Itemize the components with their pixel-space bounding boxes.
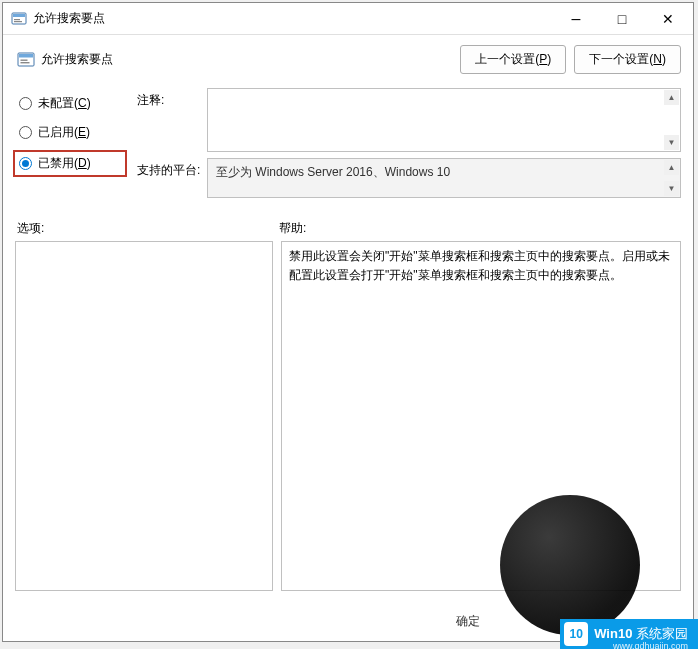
footer-bar: 确定 xyxy=(3,601,693,641)
svg-rect-3 xyxy=(14,21,22,22)
window-controls: – □ ✕ xyxy=(553,4,691,34)
close-button[interactable]: ✕ xyxy=(645,4,691,34)
header-row: 允许搜索要点 上一个设置(P) 下一个设置(N) xyxy=(3,35,693,84)
radio-group: 未配置(C) 已启用(E) 已禁用(D) xyxy=(17,88,127,204)
radio-label: 已禁用(D) xyxy=(38,155,91,172)
svg-rect-6 xyxy=(21,59,28,60)
maximize-button[interactable]: □ xyxy=(599,4,645,34)
titlebar: 允许搜索要点 – □ ✕ xyxy=(3,3,693,35)
options-pane xyxy=(15,241,273,591)
comment-label: 注释: xyxy=(137,88,207,109)
watermark-url: www.qdhuajin.com xyxy=(613,641,688,649)
scroll-down-icon[interactable]: ▼ xyxy=(664,181,679,196)
options-label: 选项: xyxy=(17,220,279,237)
radio-disabled[interactable]: 已禁用(D) xyxy=(13,150,127,177)
panes-row: 禁用此设置会关闭"开始"菜单搜索框和搜索主页中的搜索要点。启用或未配置此设置会打… xyxy=(3,241,693,601)
platform-row: 支持的平台: 至少为 Windows Server 2016、Windows 1… xyxy=(137,158,681,198)
fields-column: 注释: ▲ ▼ 支持的平台: 至少为 Windows Server 2016、W… xyxy=(137,88,681,204)
radio-not-configured[interactable]: 未配置(C) xyxy=(17,94,127,113)
radio-label: 已启用(E) xyxy=(38,124,90,141)
config-section: 未配置(C) 已启用(E) 已禁用(D) 注释: ▲ ▼ 支持的平台 xyxy=(3,84,693,212)
radio-icon xyxy=(19,97,32,110)
ok-button[interactable]: 确定 xyxy=(429,608,507,634)
radio-icon xyxy=(19,157,32,170)
scroll-up-icon[interactable]: ▲ xyxy=(664,160,679,175)
pane-labels: 选项: 帮助: xyxy=(3,212,693,241)
platform-label: 支持的平台: xyxy=(137,158,207,179)
help-text: 禁用此设置会关闭"开始"菜单搜索框和搜索主页中的搜索要点。启用或未配置此设置会打… xyxy=(289,249,670,282)
help-pane: 禁用此设置会关闭"开始"菜单搜索框和搜索主页中的搜索要点。启用或未配置此设置会打… xyxy=(281,241,681,591)
previous-setting-button[interactable]: 上一个设置(P) xyxy=(460,45,566,74)
help-label: 帮助: xyxy=(279,220,306,237)
next-setting-button[interactable]: 下一个设置(N) xyxy=(574,45,681,74)
svg-rect-2 xyxy=(14,19,20,20)
app-icon xyxy=(11,11,27,27)
cancel-button-slot[interactable] xyxy=(515,608,593,634)
svg-rect-5 xyxy=(19,54,33,58)
svg-rect-1 xyxy=(13,14,25,17)
apply-button-slot[interactable] xyxy=(601,608,679,634)
comment-row: 注释: ▲ ▼ xyxy=(137,88,681,152)
scroll-up-icon[interactable]: ▲ xyxy=(664,90,679,105)
platform-value: 至少为 Windows Server 2016、Windows 10 xyxy=(216,165,450,179)
supported-platform-box: 至少为 Windows Server 2016、Windows 10 ▲ ▼ xyxy=(207,158,681,198)
radio-icon xyxy=(19,126,32,139)
policy-editor-window: 允许搜索要点 – □ ✕ 允许搜索要点 上一个设置(P) 下一个设置(N) 未配… xyxy=(2,2,694,642)
radio-enabled[interactable]: 已启用(E) xyxy=(17,123,127,142)
comment-textarea[interactable]: ▲ ▼ xyxy=(207,88,681,152)
policy-name: 允许搜索要点 xyxy=(41,51,452,68)
svg-rect-7 xyxy=(21,62,30,63)
window-title: 允许搜索要点 xyxy=(33,10,553,27)
radio-label: 未配置(C) xyxy=(38,95,91,112)
scroll-down-icon[interactable]: ▼ xyxy=(664,135,679,150)
policy-icon xyxy=(17,51,35,69)
minimize-button[interactable]: – xyxy=(553,4,599,34)
